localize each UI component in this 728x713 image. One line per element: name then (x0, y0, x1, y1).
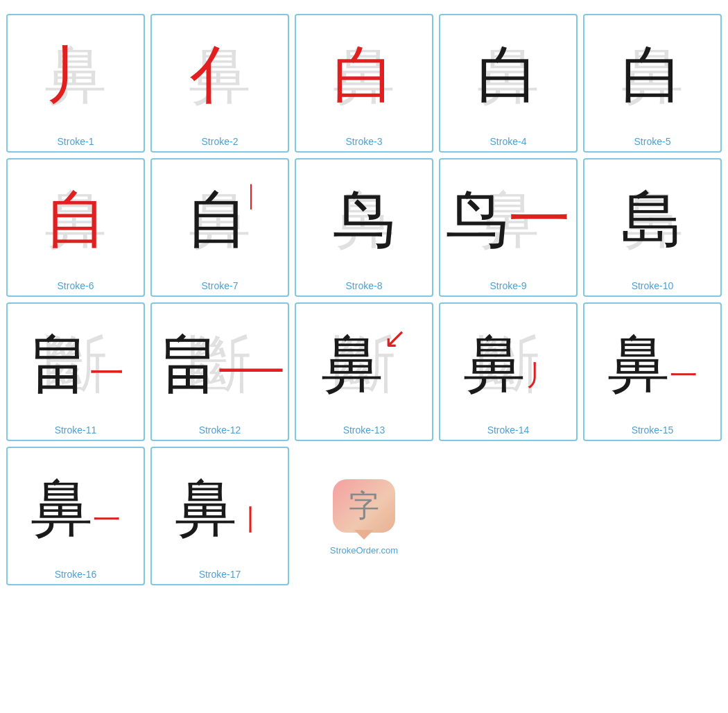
stroke-card-1: 鼻 丿 Stroke-1 (6, 14, 145, 153)
stroke-card-6: 鼻 自 Stroke-6 (6, 158, 145, 297)
stroke-card-9: 鼻 鸟一 Stroke-9 (439, 158, 578, 297)
char-area-7: 鼻 自| (155, 162, 285, 277)
site-label: StrokeOrder.com (330, 545, 398, 556)
stroke-label-14: Stroke-14 (487, 422, 530, 440)
main-char-12: 畠— (157, 322, 282, 406)
stroke-label-5: Stroke-5 (634, 133, 671, 151)
stroke-card-10: 鼻 島 Stroke-10 (583, 158, 722, 297)
main-char-17: 鼻丨 (175, 466, 265, 551)
app-icon-card: 字 StrokeOrder.com (295, 447, 433, 585)
stroke-card-5: 鼻 白 Stroke-5 (583, 14, 722, 153)
stroke-card-16: 鼻一 Stroke-16 (6, 447, 145, 585)
char-area-9: 鼻 鸟一 (443, 162, 573, 277)
stroke-grid-row2: 鼻 自 Stroke-6 鼻 自| Stroke-7 鼻 鸟 Stroke-8 … (6, 158, 722, 297)
char-area-11: 斷 畠一 (10, 307, 141, 422)
empty-cell-1 (439, 447, 578, 585)
stroke-card-15: 鼻一 Stroke-15 (583, 302, 722, 441)
char-area-1: 鼻 丿 (10, 18, 141, 133)
app-icon-char: 字 (349, 486, 379, 526)
main-char-4: 白 (477, 33, 539, 118)
char-area-12: 斷 畠— (155, 307, 285, 422)
main-char-11: 畠一 (27, 322, 124, 406)
char-area-2: 鼻 亻 (155, 18, 285, 133)
main-char-10: 島 (621, 178, 684, 262)
char-area-5: 鼻 白 (587, 18, 718, 133)
main-char-13: 鼻↙ (321, 322, 407, 406)
char-area-6: 鼻 自 (10, 162, 141, 277)
stroke-label-15: Stroke-15 (632, 422, 674, 440)
char-area-16: 鼻一 (10, 451, 141, 566)
char-area-4: 鼻 白 (443, 18, 573, 133)
main-char-16: 鼻一 (31, 466, 121, 551)
stroke-label-7: Stroke-7 (202, 277, 239, 295)
char-area-3: 鼻 白 (299, 18, 429, 133)
stroke-card-13: 斷 鼻↙ Stroke-13 (295, 302, 433, 441)
stroke-card-8: 鼻 鸟 Stroke-8 (295, 158, 433, 297)
main-char-7: 自| (186, 178, 254, 262)
char-area-14: 斷 鼻丿 (443, 307, 573, 422)
char-area-10: 鼻 島 (587, 162, 718, 277)
stroke-label-8: Stroke-8 (346, 277, 383, 295)
stroke-card-3: 鼻 白 Stroke-3 (295, 14, 433, 153)
main-char-1: 丿 (44, 33, 107, 118)
main-char-15: 鼻一 (607, 322, 697, 406)
stroke-label-13: Stroke-13 (343, 422, 385, 440)
app-icon[interactable]: 字 StrokeOrder.com (329, 479, 399, 556)
stroke-card-2: 鼻 亻 Stroke-2 (150, 14, 289, 153)
stroke-grid-row4: 鼻一 Stroke-16 鼻丨 Stroke-17 字 StrokeOrder.… (6, 447, 722, 585)
char-area-17: 鼻丨 (155, 451, 285, 566)
stroke-card-17: 鼻丨 Stroke-17 (150, 447, 289, 585)
stroke-grid-row3: 斷 畠一 Stroke-11 斷 畠— Stroke-12 斷 鼻↙ Strok… (6, 302, 722, 441)
stroke-label-17: Stroke-17 (199, 566, 241, 584)
stroke-card-4: 鼻 白 Stroke-4 (439, 14, 578, 153)
stroke-grid-row1: 鼻 丿 Stroke-1 鼻 亻 Stroke-2 鼻 白 Stroke-3 鼻… (6, 14, 722, 153)
stroke-label-16: Stroke-16 (55, 566, 97, 584)
stroke-label-10: Stroke-10 (632, 277, 674, 295)
main-char-2: 亻 (189, 33, 251, 118)
stroke-label-12: Stroke-12 (199, 422, 241, 440)
stroke-label-3: Stroke-3 (346, 133, 383, 151)
stroke-label-1: Stroke-1 (58, 133, 94, 151)
stroke-label-2: Stroke-2 (202, 133, 239, 151)
main-char-6: 自 (44, 178, 107, 262)
main-char-14: 鼻丿 (463, 322, 553, 406)
stroke-label-6: Stroke-6 (58, 277, 94, 295)
stroke-card-12: 斷 畠— Stroke-12 (150, 302, 289, 441)
main-char-3: 白 (333, 33, 395, 118)
char-area-15: 鼻一 (587, 307, 718, 422)
stroke-label-9: Stroke-9 (490, 277, 527, 295)
main-char-9: 鸟一 (446, 178, 571, 262)
char-area-8: 鼻 鸟 (299, 162, 429, 277)
char-area-13: 斷 鼻↙ (299, 307, 429, 422)
stroke-card-11: 斷 畠一 Stroke-11 (6, 302, 145, 441)
main-char-8: 鸟 (333, 178, 395, 262)
empty-cell-2 (583, 447, 722, 585)
stroke-label-11: Stroke-11 (55, 422, 97, 440)
app-icon-shape: 字 (333, 479, 395, 533)
stroke-card-14: 斷 鼻丿 Stroke-14 (439, 302, 578, 441)
stroke-card-7: 鼻 自| Stroke-7 (150, 158, 289, 297)
main-char-5: 白 (621, 33, 684, 118)
stroke-label-4: Stroke-4 (490, 133, 527, 151)
